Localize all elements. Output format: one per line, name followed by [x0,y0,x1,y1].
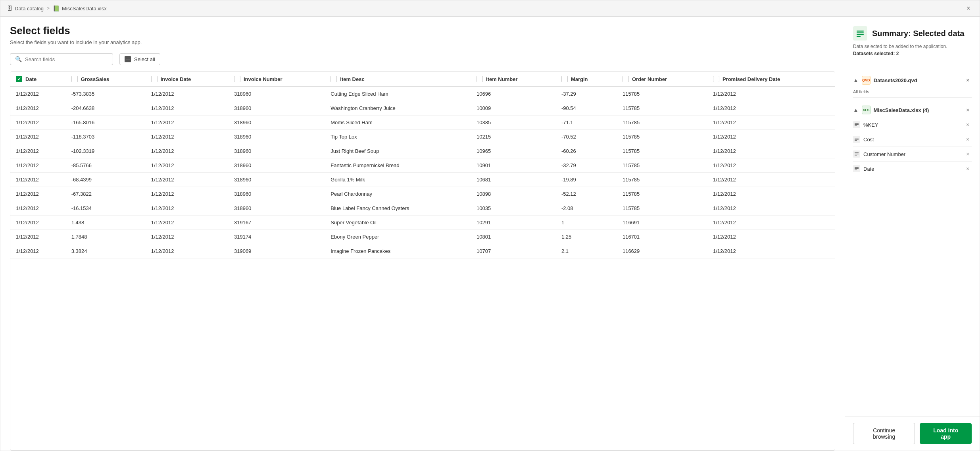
field-remove-button[interactable]: × [964,121,972,129]
xlsx-icon: 📗 [53,5,60,12]
breadcrumb-data-catalog[interactable]: 🗄 Data catalog [7,5,44,12]
search-box[interactable]: 🔍 [10,53,113,65]
cell-itemdesc: Imagine Frozen Pancakes [325,244,471,258]
cell-promiseddeliverydate: 1/12/2012 [707,201,835,216]
breadcrumb-file[interactable]: 📗 MiscSalesData.xlsx [53,5,107,12]
cell-ordernumber: 115785 [617,173,707,187]
svg-rect-9 [855,140,857,141]
cell-invoicenumber: 318960 [229,116,325,130]
datasets2020-collapse-button[interactable]: ▲ [853,77,859,83]
cell-invoicedate: 1/12/2012 [146,201,229,216]
col-header-promiseddelivery: Promised Delivery Date [707,72,835,87]
col-header-date: Date [10,72,66,87]
cell-ordernumber: 115785 [617,101,707,116]
qvd-file-icon: QVD [862,76,870,85]
cell-itemnumber: 10707 [471,244,556,258]
cell-grosssales: -16.1534 [66,201,146,216]
close-button[interactable]: × [964,4,973,13]
col-checkbox-promiseddelivery[interactable] [713,76,719,82]
miscsales-collapse-button[interactable]: ▲ [853,107,859,113]
cell-ordernumber: 116629 [617,244,707,258]
field-name: Customer Number [863,151,905,157]
table-row: 1/12/2012-68.43991/12/2012318960Gorilla … [10,173,835,187]
svg-rect-10 [855,152,859,153]
cell-margin: -71.1 [556,116,617,130]
field-remove-button[interactable]: × [964,165,972,173]
search-input[interactable] [25,56,108,62]
database-icon: 🗄 [7,5,12,12]
cell-margin: -70.52 [556,130,617,144]
field-item: %KEY × [853,118,972,132]
cell-invoicedate: 1/12/2012 [146,87,229,101]
page-title: Select fields [10,25,835,37]
data-table-container[interactable]: Date GrossSales [10,71,835,451]
svg-rect-7 [855,138,859,139]
continue-browsing-button[interactable]: Continue browsing [853,423,915,444]
table-row: 1/12/2012-67.38221/12/2012318960Pearl Ch… [10,187,835,201]
cell-date: 1/12/2012 [10,187,66,201]
cell-invoicenumber: 318960 [229,158,325,173]
cell-margin: -2.08 [556,201,617,216]
cell-promiseddeliverydate: 1/12/2012 [707,158,835,173]
load-into-app-button[interactable]: Load into app [920,423,972,444]
data-table: Date GrossSales [10,72,835,258]
field-item: Customer Number × [853,147,972,162]
col-checkbox-date[interactable] [16,76,22,82]
col-header-itemdesc: Item Desc [325,72,471,87]
summary-subtitle: Data selected to be added to the applica… [853,44,972,49]
cell-promiseddeliverydate: 1/12/2012 [707,87,835,101]
miscsales-header: ▲ XLS MiscSalesData.xlsx (4) × [853,102,972,118]
cell-itemnumber: 10801 [471,230,556,244]
miscsales-remove-button[interactable]: × [964,106,972,114]
field-remove-button[interactable]: × [964,150,972,158]
datasets2020-remove-button[interactable]: × [964,76,972,84]
cell-margin: -32.79 [556,158,617,173]
col-checkbox-ordernumber[interactable] [623,76,629,82]
summary-header: Summary: Selected data Data selected to … [845,17,980,63]
cell-itemdesc: Washington Cranberry Juice [325,101,471,116]
cell-itemdesc: Tip Top Lox [325,130,471,144]
table-row: 1/12/2012-204.66381/12/2012318960Washing… [10,101,835,116]
col-checkbox-itemnumber[interactable] [477,76,483,82]
field-type-icon [853,150,860,158]
col-checkbox-invoicenumber[interactable] [234,76,240,82]
cell-itemdesc: Fantastic Pumpernickel Bread [325,158,471,173]
cell-margin: 2.1 [556,244,617,258]
field-remove-button[interactable]: × [964,135,972,143]
cell-invoicenumber: 318960 [229,101,325,116]
breadcrumb-separator: > [47,6,50,11]
field-name: %KEY [863,122,878,128]
cell-itemnumber: 10696 [471,87,556,101]
col-checkbox-margin[interactable] [561,76,568,82]
svg-rect-13 [855,167,859,168]
cell-date: 1/12/2012 [10,201,66,216]
cell-promiseddeliverydate: 1/12/2012 [707,216,835,230]
table-row: 1/12/2012-165.80161/12/2012318960Moms Sl… [10,116,835,130]
col-header-itemnumber: Item Number [471,72,556,87]
col-checkbox-grosssales[interactable] [71,76,78,82]
cell-date: 1/12/2012 [10,158,66,173]
cell-ordernumber: 116701 [617,230,707,244]
cell-promiseddeliverydate: 1/12/2012 [707,130,835,144]
cell-promiseddeliverydate: 1/12/2012 [707,230,835,244]
right-panel: Summary: Selected data Data selected to … [845,17,980,451]
col-checkbox-itemdesc[interactable] [331,76,337,82]
cell-ordernumber: 115785 [617,87,707,101]
cell-ordernumber: 115785 [617,187,707,201]
col-checkbox-invoicedate[interactable] [151,76,158,82]
cell-date: 1/12/2012 [10,87,66,101]
cell-itemnumber: 10291 [471,216,556,230]
breadcrumb-data-catalog-label: Data catalog [15,6,44,12]
cell-ordernumber: 115785 [617,116,707,130]
cell-invoicenumber: 318960 [229,87,325,101]
cell-promiseddeliverydate: 1/12/2012 [707,187,835,201]
cell-promiseddeliverydate: 1/12/2012 [707,144,835,158]
field-type-icon [853,136,860,143]
title-bar-left: 🗄 Data catalog > 📗 MiscSalesData.xlsx [7,5,961,12]
cell-invoicedate: 1/12/2012 [146,116,229,130]
cell-grosssales: 3.3824 [66,244,146,258]
cell-margin: -19.89 [556,173,617,187]
cell-invoicenumber: 318960 [229,173,325,187]
cell-date: 1/12/2012 [10,130,66,144]
select-all-button[interactable]: Select all [119,53,160,65]
